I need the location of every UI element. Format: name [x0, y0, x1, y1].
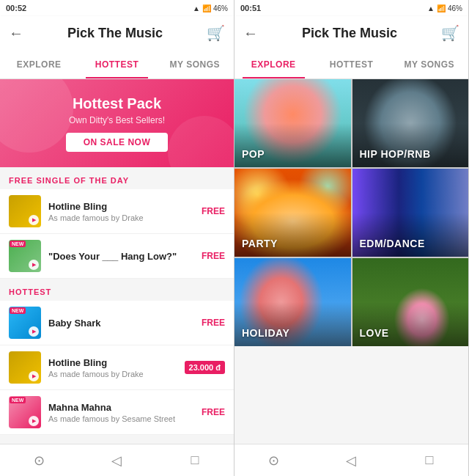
time-left: 00:52 — [6, 4, 26, 12]
song-mahna[interactable]: NEW ▶ Mahna Mahna As made famous by Sesa… — [0, 390, 234, 435]
on-sale-now-button[interactable]: ON SALE NOW — [66, 133, 169, 152]
song-price-mahna: FREE — [202, 407, 225, 417]
time-right: 00:51 — [240, 4, 261, 12]
bottom-nav-left: ⊙ ◁ □ — [0, 444, 234, 476]
back-button-right[interactable]: ← — [243, 25, 258, 42]
status-bar-left: 00:52 ▲ 📶 46% — [0, 0, 234, 16]
genre-label-holiday: HOLIDAY — [242, 327, 289, 339]
tab-hottest-right[interactable]: HOTTEST — [312, 50, 390, 78]
genre-card-party[interactable]: PARTY — [234, 169, 351, 257]
song-thumb-babyshark: NEW ▶ — [9, 307, 41, 339]
back-nav-btn[interactable]: ◁ — [103, 447, 130, 474]
wifi-icon-right: 📶 — [437, 4, 446, 12]
genre-grid: POP HIP HOP/RNB PARTY EDM/DANCE HOLIDAY — [234, 79, 468, 346]
top-bar-left: ← Pick The Music 🛒 — [0, 16, 234, 50]
back-nav-btn-right[interactable]: ◁ — [338, 447, 364, 474]
genre-card-love[interactable]: LOVE — [352, 258, 469, 346]
play-icon-5: ▶ — [29, 416, 39, 426]
song-price-doesyour: FREE — [202, 251, 225, 261]
song-subtitle-mahna: As made famous by Sesame Street — [48, 414, 194, 423]
song-thumb-doesyour: NEW ▶ — [9, 240, 41, 272]
status-icons-right: ▲ 📶 46% — [427, 4, 462, 12]
cart-icon-left[interactable]: 🛒 — [207, 24, 225, 42]
battery-right: 46% — [448, 4, 462, 12]
free-single-header: FREE SINGLE OF THE DAY — [0, 167, 234, 189]
cart-icon-right[interactable]: 🛒 — [441, 24, 459, 42]
song-doesyour[interactable]: NEW ▶ "Does Your ___ Hang Low?" FREE — [0, 234, 234, 279]
genre-card-pop[interactable]: POP — [234, 79, 351, 167]
play-icon-3: ▶ — [29, 326, 39, 337]
back-button-left[interactable]: ← — [9, 25, 23, 42]
tabs-right: EXPLORE HOTTEST MY SONGS — [234, 50, 468, 79]
new-badge-babyshark: NEW — [10, 307, 26, 314]
genre-card-edm[interactable]: EDM/DANCE — [352, 169, 469, 257]
recents-nav-btn[interactable]: □ — [182, 447, 208, 474]
song-subtitle-hotline: As made famous by Drake — [48, 213, 194, 222]
genre-label-pop: POP — [242, 148, 265, 160]
song-price-hotline: FREE — [202, 206, 225, 216]
tab-explore-left[interactable]: EXPLORE — [0, 50, 78, 78]
song-thumb-hotline: ▶ — [9, 195, 41, 227]
new-badge-mahna: NEW — [10, 397, 26, 403]
song-thumb-hotline2: ▶ — [9, 351, 41, 384]
song-hotline-paid[interactable]: ▶ Hotline Bling As made famous by Drake … — [0, 345, 234, 390]
song-title-doesyour: "Does Your ___ Hang Low?" — [48, 251, 194, 262]
page-title-left: Pick The Music — [67, 26, 163, 41]
genre-label-party: PARTY — [242, 238, 278, 249]
song-subtitle-hotline2: As made famous by Drake — [48, 370, 177, 378]
status-icons-left: ▲ 📶 46% — [193, 4, 228, 12]
right-screen: 00:51 ▲ 📶 46% ← Pick The Music 🛒 EXPLORE… — [234, 0, 469, 476]
banner-title: Hottest Pack — [73, 95, 161, 112]
play-icon-2: ▶ — [29, 260, 39, 270]
signal-icon: ▲ — [193, 4, 200, 12]
song-price-hotline2: 23.000 đ — [185, 361, 225, 374]
bottom-nav-right: ⊙ ◁ □ — [234, 444, 468, 476]
home-nav-btn[interactable]: ⊙ — [26, 447, 52, 474]
status-bar-right: 00:51 ▲ 📶 46% — [234, 0, 468, 16]
home-nav-btn-right[interactable]: ⊙ — [260, 447, 287, 474]
play-icon-4: ▶ — [29, 371, 39, 381]
genre-card-holiday[interactable]: HOLIDAY — [234, 258, 351, 346]
page-title-right: Pick The Music — [302, 26, 397, 41]
song-babyshark[interactable]: NEW ▶ Baby Shark FREE — [0, 301, 234, 345]
song-info-babyshark: Baby Shark — [48, 318, 194, 329]
banner-subtitle: Own Ditty's Best Sellers! — [69, 115, 165, 125]
tabs-left: EXPLORE HOTTEST MY SONGS — [0, 50, 234, 79]
tab-explore-right[interactable]: EXPLORE — [234, 50, 312, 78]
song-thumb-mahna: NEW ▶ — [9, 396, 41, 428]
wifi-icon: 📶 — [202, 4, 211, 12]
tab-hottest-left[interactable]: HOTTEST — [78, 50, 155, 78]
hottest-section-header: HOTTEST — [0, 279, 234, 301]
song-info-hotline2: Hotline Bling As made famous by Drake — [48, 357, 177, 378]
song-title-hotline2: Hotline Bling — [48, 357, 177, 368]
left-screen: 00:52 ▲ 📶 46% ← Pick The Music 🛒 EXPLORE… — [0, 0, 234, 476]
song-info-mahna: Mahna Mahna As made famous by Sesame Str… — [48, 402, 194, 423]
genre-label-love: LOVE — [360, 327, 389, 339]
explore-content: POP HIP HOP/RNB PARTY EDM/DANCE HOLIDAY — [234, 79, 468, 444]
song-title-babyshark: Baby Shark — [48, 318, 194, 329]
battery-left: 46% — [213, 4, 228, 12]
song-info-hotline: Hotline Bling As made famous by Drake — [48, 201, 194, 222]
song-hotline-bling-free[interactable]: ▶ Hotline Bling As made famous by Drake … — [0, 189, 234, 234]
new-badge: NEW — [10, 241, 26, 247]
genre-label-hiphop: HIP HOP/RNB — [360, 148, 431, 160]
song-price-babyshark: FREE — [202, 318, 225, 328]
song-title-hotline: Hotline Bling — [48, 201, 194, 212]
hottest-banner: Hottest Pack Own Ditty's Best Sellers! O… — [0, 79, 234, 167]
play-icon: ▶ — [29, 215, 39, 225]
genre-card-hiphop[interactable]: HIP HOP/RNB — [352, 79, 469, 167]
recents-nav-btn-right[interactable]: □ — [416, 447, 443, 474]
tab-mysongs-right[interactable]: MY SONGS — [391, 50, 468, 78]
tab-mysongs-left[interactable]: MY SONGS — [156, 50, 234, 78]
top-bar-right: ← Pick The Music 🛒 — [234, 16, 468, 50]
signal-icon-right: ▲ — [427, 4, 435, 12]
hottest-content: Hottest Pack Own Ditty's Best Sellers! O… — [0, 79, 234, 444]
genre-label-edm: EDM/DANCE — [360, 238, 425, 249]
song-title-mahna: Mahna Mahna — [48, 402, 194, 413]
song-info-doesyour: "Does Your ___ Hang Low?" — [48, 251, 194, 262]
